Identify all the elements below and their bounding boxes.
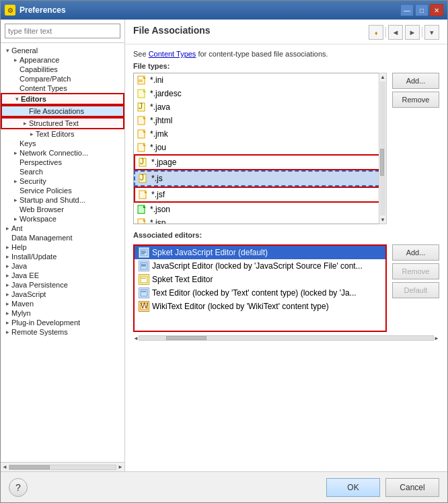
scroll-up-icon[interactable]: ▲: [379, 73, 386, 81]
file-icon: J: [138, 173, 149, 184]
content-types-link[interactable]: Content Types: [149, 50, 196, 58]
tree-item-maven[interactable]: Maven: [1, 299, 124, 308]
tree-item-content-types[interactable]: Content Types: [1, 83, 124, 93]
svg-text:J: J: [140, 158, 144, 166]
assoc-item-js-editor[interactable]: JavaScript Editor (locked by 'JavaScript…: [135, 259, 385, 273]
list-item-json[interactable]: *.json: [134, 203, 386, 216]
tree-label: Data Management: [11, 234, 73, 242]
list-item-jsp[interactable]: *.jsp: [134, 216, 386, 224]
tree-item-java-persistence[interactable]: Java Persistence: [1, 280, 124, 290]
add-editor-button[interactable]: Add...: [392, 244, 439, 261]
list-item-jpage[interactable]: J *.jpage: [134, 154, 386, 170]
arrow-icon: [3, 253, 11, 261]
tree-item-perspectives[interactable]: Perspectives: [1, 158, 124, 167]
arrow-icon: [11, 139, 20, 147]
add-file-type-button[interactable]: Add...: [392, 73, 439, 89]
list-item-java[interactable]: J *.java: [134, 100, 386, 114]
list-item-jardesc[interactable]: *.jardesc: [134, 87, 386, 100]
tree-label: Capabilities: [20, 65, 58, 73]
horizontal-scrollbar[interactable]: [9, 465, 116, 470]
tree-item-general[interactable]: General: [1, 46, 124, 55]
tree-item-java-ee[interactable]: Java EE: [1, 271, 124, 280]
arrow-icon: [11, 196, 20, 204]
remove-file-type-button[interactable]: Remove: [392, 92, 439, 108]
assoc-item-wikitext[interactable]: W WikiText Editor (locked by 'WikiText' …: [135, 300, 385, 313]
scroll-left-icon[interactable]: ◄: [2, 464, 7, 470]
tree-label: Remote Systems: [11, 328, 68, 336]
tree-item-mylyn[interactable]: Mylyn: [1, 308, 124, 318]
assoc-scroll-right-icon[interactable]: ►: [434, 335, 439, 341]
tree-item-ant[interactable]: Ant: [1, 224, 124, 233]
tree-item-file-associations[interactable]: File Associations: [1, 105, 124, 117]
search-input[interactable]: [5, 24, 120, 38]
tree-item-security[interactable]: Security: [1, 176, 124, 186]
tree-item-data-management[interactable]: Data Management: [1, 233, 124, 242]
assoc-item-text-editor[interactable]: Text Editor (locked by 'Text' content ty…: [135, 286, 385, 300]
nav-forward2-button[interactable]: ►: [405, 25, 420, 40]
close-button[interactable]: ✕: [430, 4, 443, 16]
main-content: General Appearance Capabilities Compare/…: [1, 20, 447, 471]
tree-item-java[interactable]: Java: [1, 261, 124, 271]
tree-item-javascript[interactable]: JavaScript: [1, 290, 124, 299]
arrow-icon: [3, 262, 11, 270]
minimize-button[interactable]: —: [400, 4, 414, 16]
menu-button[interactable]: ▾: [424, 25, 439, 40]
tree-item-web-browser[interactable]: Web Browser: [1, 205, 124, 214]
arrow-icon: [3, 46, 11, 55]
nav-back-button[interactable]: ⬧: [369, 25, 383, 40]
assoc-scroll-left-icon[interactable]: ◄: [133, 335, 139, 341]
assoc-item-spket-js[interactable]: Spket JavaScript Editor (default): [135, 246, 385, 259]
assoc-item-label: Text Editor (locked by 'Text' content ty…: [152, 288, 357, 298]
file-icon: [138, 189, 149, 200]
cancel-button[interactable]: Cancel: [385, 478, 439, 497]
tree-item-help[interactable]: Help: [1, 242, 124, 252]
file-icon: [137, 142, 147, 153]
list-item-jhtml[interactable]: *.jhtml: [134, 114, 386, 127]
assoc-hscrollbar[interactable]: ◄ ►: [133, 333, 439, 343]
list-item-label: *.ini: [150, 75, 163, 85]
tree-item-search[interactable]: Search: [1, 167, 124, 176]
tree-label: Compare/Patch: [20, 75, 71, 83]
vertical-scrollbar[interactable]: ▲ ▼: [379, 73, 387, 224]
assoc-item-spket-text[interactable]: Spket Text Editor: [135, 273, 385, 286]
tree-item-text-editors[interactable]: Text Editors: [1, 129, 124, 139]
left-scrollbar[interactable]: ◄ ►: [1, 462, 124, 471]
tree-label: Search: [20, 168, 43, 176]
tree-item-appearance[interactable]: Appearance: [1, 55, 124, 65]
scroll-down-icon[interactable]: ▼: [379, 216, 386, 224]
tree-item-editors[interactable]: Editors: [1, 93, 124, 105]
list-item-jmk[interactable]: *.jmk: [134, 127, 386, 141]
tree-item-workspace[interactable]: Workspace: [1, 214, 124, 224]
file-types-list[interactable]: *.ini *.jardesc: [133, 73, 387, 224]
nav-forward-button[interactable]: ◄: [388, 25, 403, 40]
tree-label: Java EE: [11, 271, 39, 279]
maximize-button[interactable]: □: [415, 4, 428, 16]
default-editor-button[interactable]: Default: [392, 282, 439, 298]
list-item-jou[interactable]: *.jou: [134, 141, 386, 154]
help-button[interactable]: ?: [9, 478, 28, 497]
list-item-jsf[interactable]: *.jsf: [134, 187, 386, 203]
tree-item-compare-patch[interactable]: Compare/Patch: [1, 74, 124, 83]
associated-editors-list[interactable]: Spket JavaScript Editor (default) JavaSc…: [133, 244, 387, 332]
tree-item-structured-text[interactable]: Structured Text: [1, 117, 124, 129]
toolbar: ⬧ ◄ ► ▾: [369, 25, 439, 40]
list-item-js[interactable]: J *.js: [134, 170, 386, 187]
tree-label: Help: [11, 243, 27, 251]
tree-item-service-policies[interactable]: Service Policies: [1, 186, 124, 195]
window-icon: ⚙: [5, 5, 15, 15]
tree-item-capabilities[interactable]: Capabilities: [1, 65, 124, 74]
file-icon: J: [137, 102, 147, 112]
tree-label: Network Connectio...: [20, 149, 88, 157]
ok-button[interactable]: OK: [326, 478, 380, 497]
tree-item-network[interactable]: Network Connectio...: [1, 148, 124, 158]
tree-item-remote[interactable]: Remote Systems: [1, 327, 124, 337]
scroll-right-icon[interactable]: ►: [118, 464, 123, 470]
tree-item-startup[interactable]: Startup and Shutd...: [1, 195, 124, 205]
file-icon: [137, 88, 147, 99]
remove-editor-button[interactable]: Remove: [392, 263, 439, 279]
tree-item-keys[interactable]: Keys: [1, 139, 124, 148]
arrow-icon: [11, 84, 20, 92]
tree-item-plugin-dev[interactable]: Plug-in Development: [1, 318, 124, 327]
list-item-ini[interactable]: *.ini: [134, 73, 386, 87]
tree-item-install[interactable]: Install/Update: [1, 252, 124, 261]
